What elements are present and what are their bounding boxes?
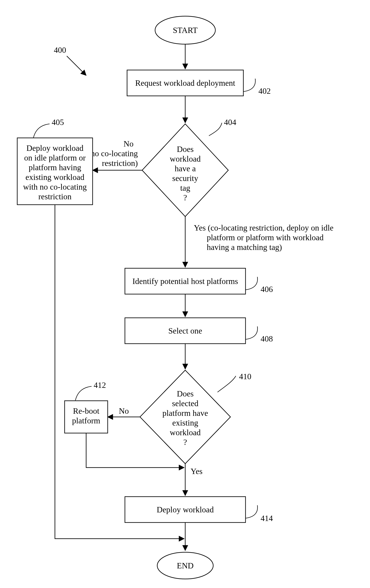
callout-405 xyxy=(33,124,50,138)
ref-410: 410 xyxy=(239,372,251,381)
end-label: END xyxy=(177,561,194,570)
svg-text:Yes: Yes xyxy=(191,467,202,476)
node-412: Re-boot platform 412 xyxy=(65,380,108,433)
node-402-text: Request workload deployment xyxy=(135,78,235,87)
edge-405-end xyxy=(55,205,184,539)
svg-text:Yes (co-locating restriction, : Yes (co-locating restriction, deploy on … xyxy=(194,223,333,232)
callout-404 xyxy=(209,123,222,136)
edge-404-no: No (no co-locating restriction) xyxy=(88,139,142,170)
svg-text:security: security xyxy=(172,174,198,183)
svg-text:?: ? xyxy=(184,193,187,202)
svg-text:restriction): restriction) xyxy=(102,158,138,168)
callout-414 xyxy=(246,505,257,518)
node-414: Deploy workload 414 xyxy=(125,497,273,523)
callout-410 xyxy=(217,376,236,392)
edge-410-no: No xyxy=(108,406,140,417)
node-405: Deploy workload on idle platform or plat… xyxy=(17,118,92,205)
node-406-text: Identify potential host platforms xyxy=(133,277,238,286)
edge-410-yes: Yes xyxy=(185,464,202,495)
svg-text:(no co-locating: (no co-locating xyxy=(88,149,138,158)
svg-text:No: No xyxy=(124,139,134,148)
ref-404: 404 xyxy=(224,118,236,127)
figure-ref-label: 400 xyxy=(54,45,66,54)
ref-414: 414 xyxy=(261,514,273,523)
svg-text:platform: platform xyxy=(72,416,100,425)
node-414-text: Deploy workload xyxy=(157,505,214,514)
svg-text:Does: Does xyxy=(177,145,194,154)
ref-406: 406 xyxy=(261,285,273,294)
svg-text:workload: workload xyxy=(170,428,201,437)
svg-text:have a: have a xyxy=(175,164,196,173)
node-410: Does selected platform have existing wor… xyxy=(140,370,251,464)
end-node: END xyxy=(157,552,213,579)
svg-text:Re-boot: Re-boot xyxy=(73,406,100,415)
callout-408 xyxy=(246,326,257,339)
svg-text:existing workload: existing workload xyxy=(25,173,84,182)
ref-405: 405 xyxy=(52,118,64,127)
svg-text:Deploy workload: Deploy workload xyxy=(27,144,83,153)
ref-408: 408 xyxy=(261,334,273,343)
svg-text:workload: workload xyxy=(170,154,201,163)
svg-text:existing: existing xyxy=(172,418,198,427)
svg-text:selected: selected xyxy=(172,399,198,408)
svg-text:platform have: platform have xyxy=(162,409,208,418)
svg-text:having a matching tag): having a matching tag) xyxy=(207,243,282,252)
node-408-text: Select one xyxy=(168,326,202,335)
ref-412: 412 xyxy=(94,380,106,389)
svg-text:No: No xyxy=(119,406,129,415)
svg-text:restriction: restriction xyxy=(38,192,72,201)
svg-line-0 xyxy=(67,56,86,75)
node-402: Request workload deployment 402 xyxy=(127,70,271,96)
callout-406 xyxy=(246,277,257,290)
callout-412 xyxy=(75,386,92,400)
start-node: START xyxy=(155,16,215,44)
edge-404-yes: Yes (co-locating restriction, deploy on … xyxy=(185,217,333,267)
svg-text:on idle platform or: on idle platform or xyxy=(24,153,86,162)
svg-text:with no co-locating: with no co-locating xyxy=(23,182,87,191)
svg-text:?: ? xyxy=(184,438,187,447)
node-404: Does workload have a security tag ? 404 xyxy=(142,118,236,217)
svg-text:tag: tag xyxy=(180,183,190,192)
figure-ref: 400 xyxy=(54,45,86,75)
start-label: START xyxy=(173,26,197,35)
svg-text:platform or platform with work: platform or platform with workload xyxy=(207,233,323,242)
node-408: Select one 408 xyxy=(125,318,273,344)
node-406: Identify potential host platforms 406 xyxy=(125,268,273,294)
ref-402: 402 xyxy=(258,86,271,95)
callout-402 xyxy=(243,79,256,92)
svg-text:Does: Does xyxy=(177,389,194,398)
svg-text:platform having: platform having xyxy=(29,163,81,172)
